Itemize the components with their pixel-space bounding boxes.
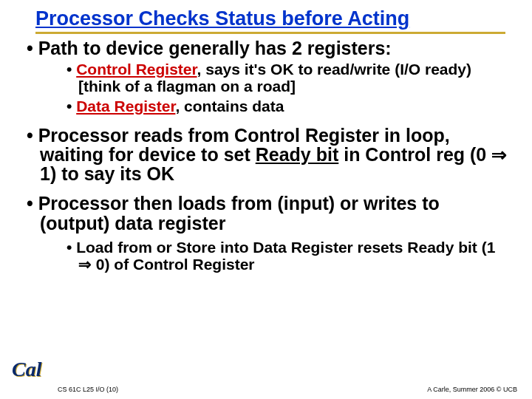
logo-bg: Cal xyxy=(10,358,50,386)
bullet-text: • Load from or Store into Data Register … xyxy=(66,239,495,273)
term-control-register: Control Register xyxy=(76,61,197,78)
logo-text: Cal xyxy=(12,358,41,381)
cal-logo: Cal xyxy=(10,358,50,386)
footer-left: CS 61C L25 I/O (10) xyxy=(58,386,118,393)
bullet-text: • Processor then loads from (input) or w… xyxy=(27,193,440,233)
bullet-level2: • Data Register, contains data xyxy=(66,98,510,115)
footer-right: A Carle, Summer 2006 © UCB xyxy=(427,386,517,393)
slide-content: • Path to device generally has 2 registe… xyxy=(0,34,532,273)
bullet-text: • Path to device generally has 2 registe… xyxy=(27,38,392,58)
slide: Processor Checks Status before Acting • … xyxy=(0,0,532,399)
slide-title: Processor Checks Status before Acting xyxy=(0,0,532,32)
term-data-register: Data Register xyxy=(76,98,175,115)
bullet-level1: • Processor reads from Control Register … xyxy=(27,126,510,184)
bullet-level1: • Path to device generally has 2 registe… xyxy=(27,38,510,58)
bullet-text: , contains data xyxy=(175,98,284,115)
bullet-level2: • Control Register, says it's OK to read… xyxy=(66,61,510,95)
bullet-level2: • Load from or Store into Data Register … xyxy=(66,239,510,273)
term-ready-bit: Ready bit xyxy=(256,144,339,165)
bullet-level1: • Processor then loads from (input) or w… xyxy=(27,194,510,233)
